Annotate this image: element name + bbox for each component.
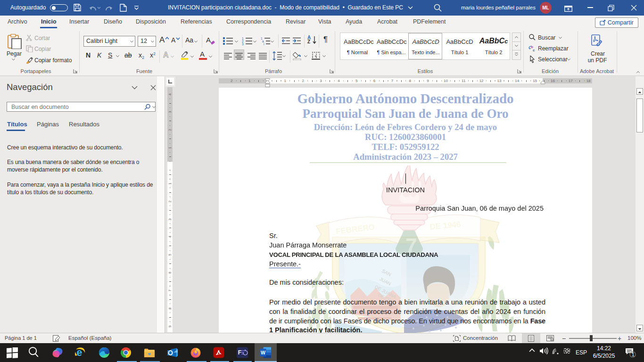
svg-text:W: W	[261, 350, 265, 355]
svg-text:3: 3	[242, 42, 244, 46]
svg-text:1: 1	[632, 352, 635, 357]
svg-text:F: F	[238, 349, 241, 356]
svg-text:i: i	[264, 42, 264, 46]
svg-text:c: c	[533, 48, 535, 52]
